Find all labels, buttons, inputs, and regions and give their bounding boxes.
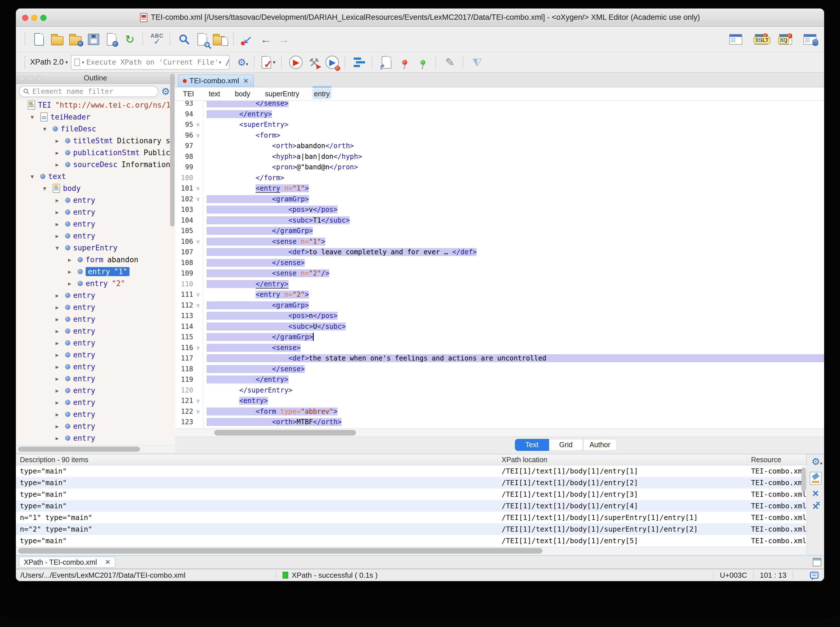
tree-toggle-icon[interactable]: ▶ [55, 161, 65, 168]
result-row[interactable]: type="main"/TEI[1]/text[1]/body[1]/entry… [16, 488, 807, 500]
code-line-106[interactable]: 106▽ <sense n="1"> [175, 236, 824, 247]
code-text[interactable]: <gramGrp> [203, 194, 824, 205]
outline-item-entry[interactable]: ▶entry [16, 408, 175, 420]
tree-toggle-icon[interactable]: ▶ [55, 328, 65, 334]
tree-toggle-icon[interactable]: ▶ [55, 364, 65, 370]
tree-toggle-icon[interactable]: ▶ [55, 209, 65, 215]
code-line-94[interactable]: 94 </entry> [175, 109, 824, 120]
tree-toggle-icon[interactable]: ▶ [55, 197, 65, 203]
tree-toggle-icon[interactable]: ▼ [43, 185, 53, 191]
code-text[interactable]: <hyph>a|ban|don</hyph> [203, 151, 824, 162]
configure-transformation-button[interactable]: ⚒▶ [306, 54, 322, 71]
panel-layout-icon[interactable] [813, 558, 821, 566]
outline-item-entry[interactable]: ▶entry [16, 349, 175, 361]
close-window-button[interactable] [22, 15, 28, 21]
outline-item-body[interactable]: ▼body [16, 183, 175, 194]
code-line-96[interactable]: 96▽ <form> [175, 130, 824, 141]
scrollbar-thumb[interactable] [18, 447, 140, 452]
fold-toggle-icon[interactable]: ▽ [193, 130, 203, 141]
code-line-103[interactable]: 103 <pos>v</pos> [175, 205, 824, 215]
manage-reviews-button[interactable]: ✎ [442, 54, 458, 71]
validate-button[interactable]: ✓▾ [261, 54, 276, 71]
code-line-112[interactable]: 112▽ <gramGrp> [175, 300, 824, 311]
outline-item-TEI[interactable]: TEI"http://www.tei-c.org/ns/1. [16, 99, 175, 111]
forward-button[interactable]: → [276, 31, 292, 48]
zoom-window-button[interactable] [40, 15, 46, 21]
outline-item-entry[interactable]: ▶entry [16, 384, 175, 397]
result-row[interactable]: type="main"/TEI[1]/text[1]/body[1]/entry… [16, 535, 807, 547]
code-line-98[interactable]: 98 <hyph>a|ban|don</hyph> [175, 151, 824, 162]
code-text[interactable]: </sense> [203, 364, 824, 375]
outline-item-entry[interactable]: ▶entry [16, 373, 175, 384]
results-vertical-scrollbar[interactable] [802, 467, 806, 492]
data-source-explorer-button[interactable]: ⧨ [469, 54, 485, 71]
outline-item-entry[interactable]: ▶entry [16, 420, 175, 432]
toolbar-grip[interactable] [169, 33, 172, 46]
breadcrumb-superEntry[interactable]: superEntry [263, 89, 301, 99]
element-filter-input[interactable]: Element name filter [19, 86, 158, 97]
code-text[interactable]: </gramGrp> [203, 332, 824, 343]
code-text[interactable]: <pos>v</pos> [203, 205, 824, 215]
results-settings-button[interactable]: ⚙▾ [812, 456, 823, 467]
code-text[interactable]: <subc>T1</subc> [203, 215, 824, 226]
code-line-108[interactable]: 108 </sense> [175, 258, 824, 268]
new-document-button[interactable] [31, 31, 47, 48]
code-text[interactable]: <entry n="1"> [203, 183, 824, 194]
code-text[interactable]: </entry> [203, 374, 824, 385]
fold-toggle-icon[interactable]: ▽ [193, 236, 203, 247]
code-line-104[interactable]: 104 <subc>T1</subc> [175, 215, 824, 226]
tree-toggle-icon[interactable]: ▶ [55, 388, 65, 394]
toolbar-grip[interactable] [142, 33, 145, 46]
toolbar-grip[interactable] [372, 56, 374, 69]
save-to-url-button[interactable] [104, 31, 120, 48]
spell-check-button[interactable]: ABC✓ [149, 31, 165, 48]
code-text[interactable]: <entry> [203, 395, 824, 406]
result-row[interactable]: type="main"/TEI[1]/text[1]/body[1]/entry… [16, 477, 807, 488]
results-horizontal-scrollbar[interactable] [16, 547, 807, 555]
code-text[interactable]: <sense n="2"/> [203, 268, 824, 279]
editor-horizontal-scrollbar[interactable] [175, 428, 824, 437]
tree-toggle-icon[interactable]: ▶ [55, 292, 65, 298]
tree-toggle-icon[interactable]: ▶ [55, 399, 65, 406]
code-line-111[interactable]: 111▽ <entry n="2"> [175, 290, 824, 300]
tree-toggle-icon[interactable]: ▶ [68, 280, 77, 287]
code-line-116[interactable]: 116▽ <sense> [175, 343, 824, 353]
code-line-114[interactable]: 114 <subc>U</subc> [175, 321, 824, 332]
code-text[interactable]: <gramGrp> [203, 300, 824, 311]
result-row[interactable]: type="main"/TEI[1]/text[1]/body[1]/entry… [16, 465, 807, 477]
pin-green-button[interactable] [415, 54, 431, 71]
code-text[interactable]: </form> [203, 173, 824, 184]
code-text[interactable]: <pron>@"band@n</pron> [203, 162, 824, 173]
outline-item-entry[interactable]: ▶entry [16, 397, 175, 408]
code-text[interactable]: </sense> [203, 101, 824, 109]
find-in-files-button[interactable] [194, 31, 210, 48]
code-text[interactable]: </superEntry> [203, 385, 824, 396]
remove-result-button[interactable]: ✕ [812, 489, 819, 498]
find-resource-button[interactable] [213, 31, 229, 48]
fold-toggle-icon[interactable]: ▽ [193, 406, 203, 417]
code-line-120[interactable]: 120 </superEntry> [175, 385, 824, 396]
fold-toggle-icon[interactable]: ▽ [193, 300, 203, 311]
code-text[interactable]: <entry n="2"> [203, 290, 824, 300]
code-line-113[interactable]: 113 <pos>n</pos> [175, 311, 824, 321]
tree-toggle-icon[interactable]: ▶ [55, 221, 65, 227]
scrollbar-thumb[interactable] [214, 430, 356, 436]
toolbar-grip[interactable] [24, 33, 27, 46]
tree-toggle-icon[interactable]: ▶ [55, 316, 65, 322]
outline-item-entry[interactable]: ▶entry"1" [16, 266, 175, 277]
outline-item-superEntry[interactable]: ▼superEntry [16, 242, 175, 254]
breadcrumb-TEI[interactable]: TEI [182, 89, 196, 99]
code-text[interactable]: <sense> [203, 343, 824, 353]
code-text[interactable]: </entry> [203, 109, 824, 120]
outline-item-entry[interactable]: ▶entry [16, 194, 175, 206]
code-text[interactable]: <pos>n</pos> [203, 311, 824, 321]
code-text[interactable]: <sense n="1"> [203, 236, 824, 247]
tab-tei-combo[interactable]: TEI-combo.xml ✕ [178, 74, 254, 87]
code-line-100[interactable]: 100 </form> [175, 173, 824, 184]
debug-xslt-button[interactable]: XSLT [753, 31, 769, 48]
database-perspective-button[interactable] [802, 31, 818, 48]
tree-toggle-icon[interactable]: ▶ [55, 411, 65, 417]
fold-toggle-icon[interactable]: ▽ [193, 395, 203, 406]
pin-red-button[interactable] [397, 54, 413, 71]
code-text[interactable]: <superEntry> [203, 120, 824, 130]
